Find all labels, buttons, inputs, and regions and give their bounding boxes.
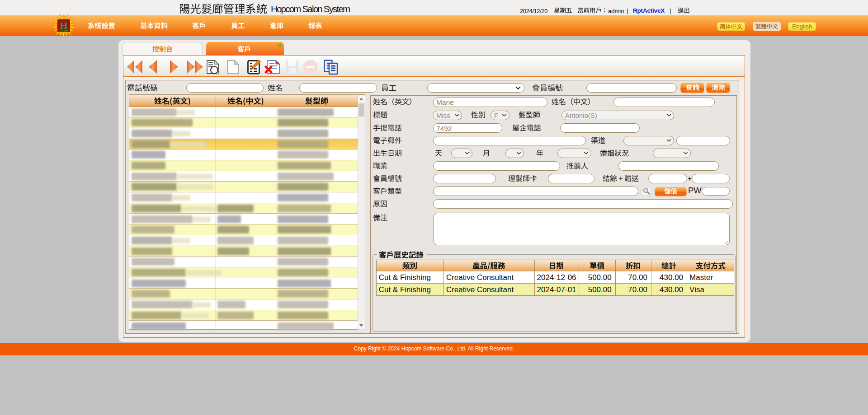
svg-text:hopcom: hopcom <box>59 29 68 32</box>
